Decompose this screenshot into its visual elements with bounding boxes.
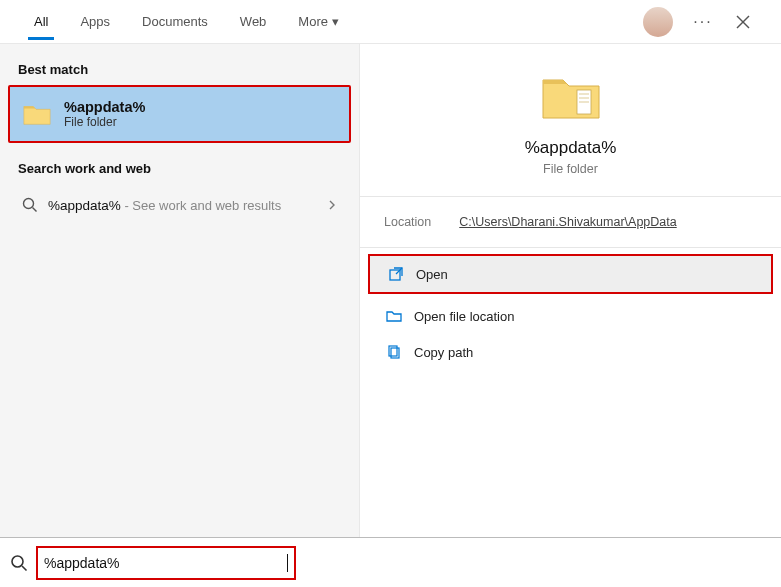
best-match-item[interactable]: %appdata% File folder: [8, 85, 351, 143]
best-match-title: %appdata%: [64, 99, 145, 115]
preview-title: %appdata%: [525, 138, 617, 158]
search-icon: [10, 554, 28, 572]
web-result-text: %appdata% - See work and web results: [48, 196, 281, 214]
location-path[interactable]: C:\Users\Dharani.Shivakumar\AppData: [459, 215, 676, 229]
preview-header: %appdata% File folder: [360, 44, 781, 196]
results-pane: Best match %appdata% File folder Search …: [0, 44, 360, 537]
svg-point-2: [24, 199, 34, 209]
action-copy-path-label: Copy path: [414, 345, 473, 360]
action-open-label: Open: [416, 267, 448, 282]
avatar[interactable]: [643, 7, 673, 37]
tab-apps[interactable]: Apps: [66, 4, 124, 39]
best-match-subtitle: File folder: [64, 115, 145, 129]
open-icon: [388, 266, 404, 282]
web-result-left: %appdata% - See work and web results: [22, 196, 281, 214]
web-result-sub: - See work and web results: [121, 198, 281, 213]
svg-line-3: [33, 208, 37, 212]
tab-web[interactable]: Web: [226, 4, 281, 39]
web-result-item[interactable]: %appdata% - See work and web results: [8, 182, 351, 228]
folder-icon: [22, 100, 52, 128]
preview-pane: %appdata% File folder Location C:\Users\…: [360, 44, 781, 537]
tab-more[interactable]: More▾: [284, 4, 353, 39]
tabs-bar: All Apps Documents Web More▾ ···: [0, 0, 781, 44]
web-result-name: %appdata%: [48, 198, 121, 213]
best-match-text: %appdata% File folder: [64, 99, 145, 129]
location-label: Location: [384, 215, 431, 229]
tab-all[interactable]: All: [20, 4, 62, 39]
tab-more-label: More: [298, 14, 328, 29]
folder-large-icon: [539, 68, 603, 124]
search-input[interactable]: [44, 555, 287, 571]
work-web-heading: Search work and web: [8, 143, 351, 182]
chevron-down-icon: ▾: [332, 14, 339, 29]
action-copy-path[interactable]: Copy path: [368, 334, 773, 370]
action-open-location-label: Open file location: [414, 309, 514, 324]
text-caret: [287, 554, 288, 572]
action-open[interactable]: Open: [368, 254, 773, 294]
more-options-button[interactable]: ···: [685, 4, 721, 40]
search-icon: [22, 197, 38, 213]
svg-point-12: [12, 556, 23, 567]
close-icon: [736, 15, 750, 29]
location-row: Location C:\Users\Dharani.Shivakumar\App…: [360, 197, 781, 247]
search-input-wrapper[interactable]: [36, 546, 296, 580]
copy-icon: [386, 344, 402, 360]
actions-list: Open Open file location Copy path: [360, 248, 781, 376]
action-open-location[interactable]: Open file location: [368, 298, 773, 334]
best-match-heading: Best match: [8, 58, 351, 85]
chevron-right-icon: [327, 200, 337, 210]
search-bar: [0, 537, 781, 587]
folder-open-icon: [386, 308, 402, 324]
svg-line-9: [396, 268, 402, 274]
svg-line-13: [22, 566, 27, 571]
preview-subtitle: File folder: [543, 162, 598, 176]
close-button[interactable]: [725, 4, 761, 40]
main-area: Best match %appdata% File folder Search …: [0, 44, 781, 537]
tab-documents[interactable]: Documents: [128, 4, 222, 39]
